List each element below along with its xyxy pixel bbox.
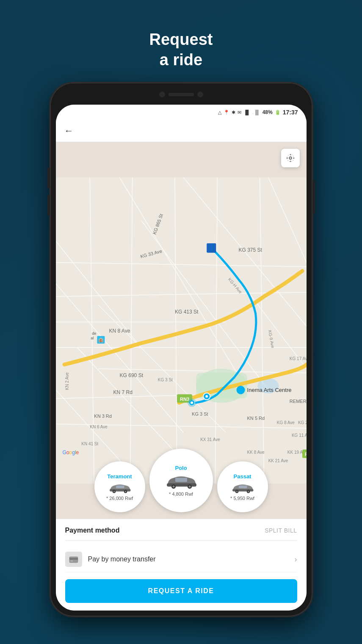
polo-icon [164, 471, 198, 490]
map-area[interactable]: KG 33 Ave KG 865 St KG 375 St KG 413 St … [56, 142, 307, 519]
signal-bars-icon: ▐▌ [243, 110, 250, 115]
svg-text:KG 690 St: KG 690 St [119, 372, 143, 378]
phone-device: △ 📍 ✱ ✉ ▐▌ .▐▌ 48% 🔋 17:37 ← [50, 83, 312, 616]
svg-point-60 [191, 402, 193, 404]
svg-rect-75 [167, 483, 196, 486]
bottom-panel: Payment method SPLIT BILL Pay by money t… [56, 519, 307, 611]
svg-text:RN3: RN3 [180, 397, 189, 402]
car-option-teramont[interactable]: Teramont * 26,000 Rwf [94, 461, 145, 512]
car-option-polo[interactable]: Polo * 4,800 Rwf [149, 449, 213, 512]
svg-point-73 [124, 491, 126, 492]
camera-dot-left [159, 92, 165, 97]
location-status-icon: 📍 [224, 110, 229, 115]
payment-method-icon-box [65, 552, 82, 567]
svg-text:KG 3 St: KG 3 St [158, 378, 172, 382]
page-title: Request a ride [149, 30, 213, 70]
svg-text:🏨: 🏨 [98, 337, 103, 343]
svg-text:KG 21 Ave: KG 21 Ave [298, 420, 306, 425]
volume-down-button[interactable] [47, 195, 50, 216]
phone-notch [139, 89, 224, 100]
teramont-icon [107, 480, 133, 494]
svg-rect-80 [175, 477, 187, 482]
polo-name: Polo [175, 465, 187, 471]
svg-rect-86 [239, 485, 247, 488]
msg-icon: ✉ [238, 110, 241, 115]
triangle-icon: △ [218, 110, 221, 115]
svg-text:Inema Arts Centre: Inema Arts Centre [247, 387, 291, 393]
bluetooth-icon: ✱ [232, 110, 235, 115]
car-options-row: Teramont * 26,000 Rwf Polo [56, 449, 307, 519]
status-icons: △ 📍 ✱ ✉ ▐▌ .▐▌ 48% 🔋 17:37 [218, 109, 298, 116]
svg-point-68 [287, 155, 294, 162]
svg-text:REMERA: REMERA [289, 399, 306, 404]
money-transfer-icon [69, 555, 78, 563]
svg-point-79 [188, 486, 191, 488]
split-bill-button[interactable]: SPLIT BILL [265, 527, 297, 534]
battery-icon: 🔋 [275, 110, 281, 115]
svg-text:KN 3 Rd: KN 3 Rd [94, 414, 112, 419]
payment-method-label: Pay by money transfer [88, 555, 295, 563]
passat-name: Passat [234, 473, 251, 480]
passat-price: * 5,950 Rwf [230, 496, 254, 501]
svg-text:KN 2 Ave: KN 2 Ave [65, 372, 69, 390]
svg-text:KN 5 Rd: KN 5 Rd [247, 416, 265, 421]
polo-price: * 4,800 Rwf [169, 491, 193, 497]
payment-header: Payment method SPLIT BILL [65, 527, 297, 534]
svg-point-77 [172, 486, 174, 488]
payment-method-row[interactable]: Pay by money transfer › [65, 547, 297, 572]
svg-text:KG 17 Ave: KG 17 Ave [289, 356, 306, 361]
svg-text:KG 375 St: KG 375 St [238, 247, 262, 253]
teramont-price: * 26,000 Rwf [106, 496, 133, 501]
svg-point-67 [289, 157, 292, 159]
chevron-right-icon: › [295, 555, 297, 564]
power-button[interactable] [312, 180, 315, 214]
phone-screen: △ 📍 ✱ ✉ ▐▌ .▐▌ 48% 🔋 17:37 ← [56, 105, 307, 611]
top-bar: ← [56, 120, 307, 142]
payment-section-title: Payment method [65, 527, 120, 534]
svg-text:KG 3 St: KG 3 St [192, 411, 208, 416]
request-ride-button[interactable]: REQUEST A RIDE [65, 579, 297, 603]
signal-bars2-icon: .▐▌ [252, 110, 260, 115]
teramont-name: Teramont [107, 473, 132, 480]
svg-text:al: al [91, 336, 94, 340]
svg-point-85 [247, 491, 249, 492]
payment-divider [65, 540, 297, 541]
svg-text:KX 31 Ave: KX 31 Ave [200, 437, 220, 442]
svg-text:KG 11 Ave: KG 11 Ave [291, 433, 306, 438]
svg-text:de: de [92, 331, 96, 336]
svg-rect-57 [207, 243, 216, 253]
back-button[interactable]: ← [64, 125, 74, 136]
svg-point-55 [236, 386, 245, 394]
battery-pct: 48% [263, 109, 273, 115]
svg-point-62 [205, 395, 208, 398]
svg-text:KN 7 Rd: KN 7 Rd [113, 390, 132, 396]
location-button[interactable] [281, 149, 300, 167]
svg-text:KG 8 Ave: KG 8 Ave [276, 420, 295, 425]
status-time: 17:37 [283, 109, 298, 116]
camera-dot-right [197, 92, 203, 97]
svg-text:KG 413 St: KG 413 St [174, 309, 198, 315]
passat-icon [230, 480, 255, 494]
svg-text:KN 6 Ave: KN 6 Ave [90, 425, 108, 429]
svg-point-71 [113, 491, 115, 492]
speaker-grill [169, 93, 194, 96]
volume-up-button[interactable] [47, 167, 50, 189]
svg-rect-89 [70, 561, 73, 561]
svg-text:KN 8 Ave: KN 8 Ave [109, 328, 130, 334]
svg-point-83 [236, 491, 238, 492]
svg-rect-88 [69, 558, 78, 560]
svg-rect-74 [116, 485, 124, 488]
svg-text:KN 41 St: KN 41 St [81, 441, 98, 446]
car-option-passat[interactable]: Passat * 5,950 Rwf [217, 461, 268, 512]
status-bar: △ 📍 ✱ ✉ ▐▌ .▐▌ 48% 🔋 17:37 [56, 105, 307, 120]
